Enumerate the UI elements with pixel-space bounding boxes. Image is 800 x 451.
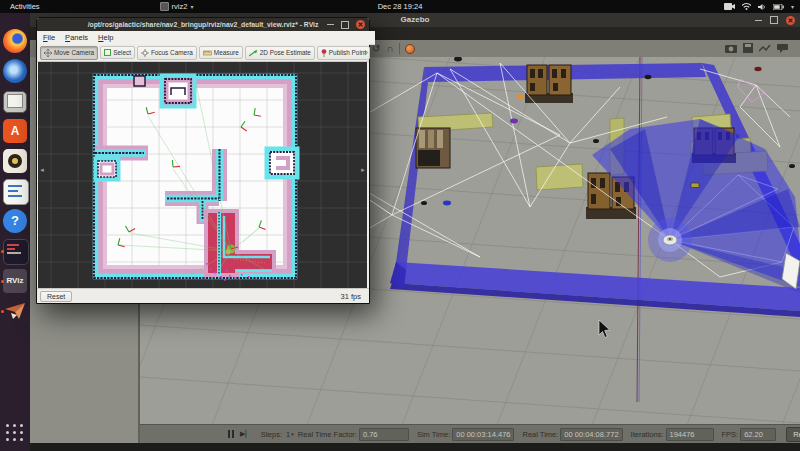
fps-value: 62.20	[740, 428, 776, 441]
sim-time-label: Sim Time:	[417, 430, 450, 439]
iterations-value: 194476	[666, 428, 714, 441]
reset-button[interactable]: Reset	[40, 291, 72, 302]
gazebo-statusbar: ▶▏ Steps: 1 ▾ Real Time Factor: 0.76 Sim…	[140, 424, 800, 443]
clock[interactable]: Dec 28 19:24	[378, 2, 423, 11]
pause-button[interactable]	[228, 430, 234, 438]
move-camera-button[interactable]: Move Camera	[40, 46, 98, 60]
costmap-view	[38, 62, 367, 289]
sim-time-value: 00 00:03:14.476	[452, 428, 514, 441]
rviz-window-title: /opt/ros/galactic/share/nav2_bringup/rvi…	[88, 21, 319, 28]
pin-icon	[321, 49, 327, 57]
shelf-left	[416, 128, 450, 168]
rviz-3d-view[interactable]: ◄ ►	[38, 62, 367, 289]
dock-item-files[interactable]	[3, 91, 27, 113]
running-indicator	[1, 250, 4, 253]
arc-tool-icon[interactable]: ∩	[386, 43, 393, 54]
insert-sphere-icon[interactable]	[405, 44, 415, 54]
real-time-value: 00 00:04:08.772	[560, 428, 622, 441]
gazebo-window-title: Gazebo	[401, 15, 430, 24]
screencast-icon[interactable]	[724, 3, 735, 10]
dock-item-terminal[interactable]	[3, 239, 29, 265]
system-tray: ▾	[724, 3, 794, 11]
measure-button[interactable]: Measure	[199, 46, 243, 59]
toolbar-overflow-icon[interactable]: »	[364, 49, 368, 56]
menu-help[interactable]: Help	[98, 33, 113, 42]
wifi-icon[interactable]	[742, 3, 751, 10]
select-button[interactable]: Select	[100, 46, 135, 59]
select-icon	[104, 49, 111, 56]
minimize-icon[interactable]	[327, 24, 334, 25]
turtlebot-robot[interactable]	[663, 235, 677, 245]
rviz-titlebar[interactable]: /opt/ros/galactic/share/nav2_bringup/rvi…	[37, 18, 369, 31]
app-window-icon	[160, 2, 169, 11]
reset-time-button[interactable]: Reset Time	[786, 427, 800, 442]
top-alcove	[162, 76, 194, 106]
pose-estimate-button[interactable]: 2D Pose Estimate	[245, 46, 315, 60]
desktop: Gazebo ✕ ↺ ∩	[0, 0, 800, 451]
steps-label: Steps:	[261, 430, 282, 439]
fps-indicator: 31 fps	[341, 292, 361, 301]
chat-icon[interactable]	[777, 44, 788, 53]
close-icon[interactable]: ✕	[786, 16, 795, 25]
fps-label: FPS:	[722, 430, 739, 439]
publish-point-button[interactable]: Publish Point	[317, 46, 370, 60]
iterations-label: Iterations:	[631, 430, 664, 439]
chevron-down-icon[interactable]: ▾	[791, 3, 794, 10]
dock-item-firefox[interactable]	[3, 29, 27, 53]
volume-icon[interactable]	[758, 3, 766, 11]
top-left-notch	[134, 76, 145, 86]
rviz-toolbar: Move Camera Select Focus Camera Measure …	[37, 44, 369, 62]
dock-item-libreoffice[interactable]	[3, 179, 29, 205]
gazebo-window-edge	[30, 443, 800, 451]
real-time-label: Real Time:	[522, 430, 558, 439]
maximize-icon[interactable]	[770, 16, 778, 24]
dock: A ? RViz	[0, 13, 30, 451]
files-icon	[7, 94, 23, 108]
battery-icon[interactable]	[773, 4, 784, 10]
rviz-window: /opt/ros/galactic/share/nav2_bringup/rvi…	[36, 17, 370, 304]
pallet-top-center	[525, 65, 573, 103]
panel-collapse-right-icon[interactable]: ►	[360, 167, 366, 173]
chevron-down-icon: ▾	[190, 3, 193, 10]
camera-capture-icon[interactable]	[725, 44, 737, 53]
right-alcove	[267, 149, 297, 177]
dock-item-rviz[interactable]: RViz	[3, 269, 27, 293]
sensor-axis-lines	[637, 57, 642, 402]
ruler-icon	[203, 50, 212, 56]
move-icon	[44, 49, 52, 57]
dock-item-gazebo[interactable]	[3, 299, 27, 323]
activities-button[interactable]: Activities	[10, 2, 40, 11]
app-indicator[interactable]: rviz2 ▾	[160, 2, 194, 11]
dock-item-rhythmbox[interactable]	[3, 149, 27, 173]
steps-spinner-icon[interactable]: ▾	[291, 431, 294, 437]
close-icon[interactable]: ✕	[356, 20, 365, 29]
rtf-label: Real Time Factor:	[298, 430, 357, 439]
arena-front-wall	[390, 262, 800, 317]
plot-icon[interactable]	[759, 44, 771, 53]
rviz-menubar: File Panels Help	[37, 31, 375, 45]
top-bar: Activities rviz2 ▾ Dec 28 19:24 ▾	[0, 0, 800, 13]
rtf-value: 0.76	[359, 428, 409, 441]
running-indicator	[1, 280, 4, 283]
mouse-cursor	[599, 320, 610, 338]
menu-file[interactable]: File	[43, 33, 55, 42]
show-applications-button[interactable]	[3, 421, 27, 445]
focus-camera-button[interactable]: Focus Camera	[137, 46, 197, 60]
menu-panels[interactable]: Panels	[65, 33, 88, 42]
save-log-icon[interactable]	[743, 43, 753, 53]
green-arrow-icon	[249, 49, 258, 57]
rviz-statusbar: Reset 31 fps	[37, 288, 369, 303]
dock-item-ubuntu-software[interactable]: A	[3, 119, 27, 143]
maximize-icon[interactable]	[341, 21, 349, 29]
steps-value[interactable]: 1	[286, 430, 290, 439]
minimize-icon[interactable]	[755, 20, 762, 21]
step-button[interactable]: ▶▏	[240, 430, 251, 438]
crosshair-icon	[141, 49, 149, 57]
dock-item-help[interactable]: ?	[3, 209, 27, 233]
running-indicator	[1, 310, 4, 313]
paper-plane-icon	[3, 299, 27, 323]
panel-collapse-left-icon[interactable]: ◄	[39, 167, 45, 173]
dock-item-thunderbird[interactable]	[3, 59, 27, 83]
